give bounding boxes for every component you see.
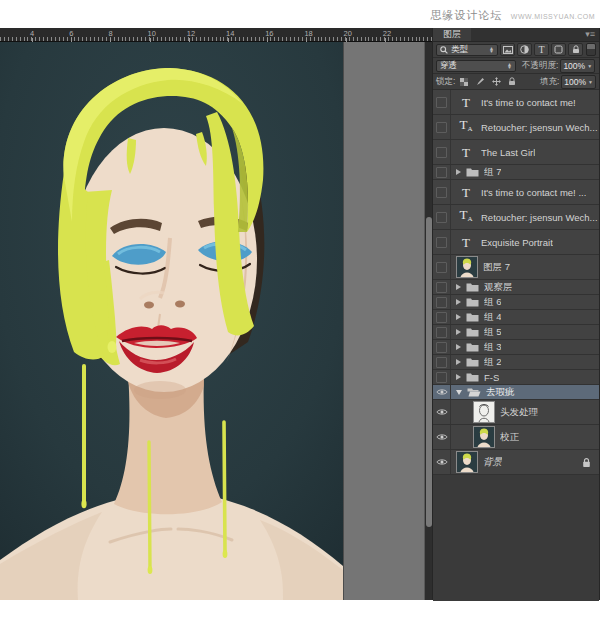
visibility-eye-icon[interactable] [433, 400, 451, 424]
filter-toggle-switch[interactable] [586, 43, 596, 56]
layer-row-body[interactable]: 校正 [451, 425, 599, 449]
layer-thumbnail[interactable] [456, 451, 478, 473]
layer-row-body[interactable]: 背景 [451, 450, 599, 474]
layer-row-15[interactable]: 去瑕疵 [433, 385, 599, 400]
opacity-value-field[interactable]: 100% ▼ [560, 59, 595, 73]
layer-thumbnail[interactable] [456, 256, 478, 278]
layer-row-5[interactable]: TARetoucher: jsensun Wech... [433, 205, 599, 230]
layer-row-body[interactable]: TARetoucher: jsensun Wech... [451, 205, 599, 229]
layer-row-body[interactable]: 组 6 [451, 295, 599, 309]
disclosure-triangle-icon[interactable] [456, 329, 461, 335]
disclosure-triangle-icon[interactable] [456, 299, 461, 305]
disclosure-triangle-icon[interactable] [456, 284, 461, 290]
layer-row-14[interactable]: F-S [433, 370, 599, 385]
visibility-eye-empty[interactable] [433, 340, 451, 354]
layer-row-16[interactable]: 头发处理 [433, 400, 599, 425]
document-canvas[interactable] [0, 42, 343, 600]
layer-row-18[interactable]: 背景 [433, 450, 599, 475]
layer-row-9[interactable]: 组 6 [433, 295, 599, 310]
text-style-layer-thumbnail[interactable]: TA [456, 208, 476, 226]
filter-type-dropdown[interactable]: 类型 ▲▼ [436, 44, 498, 56]
visibility-eye-empty[interactable] [433, 325, 451, 339]
layer-row-body[interactable]: 组 3 [451, 340, 599, 354]
layer-row-body[interactable]: 头发处理 [451, 400, 599, 424]
visibility-eye-empty[interactable] [433, 255, 451, 279]
tab-layers[interactable]: 图层 [433, 28, 471, 41]
layer-thumbnail[interactable] [473, 426, 495, 448]
layer-row-17[interactable]: 校正 [433, 425, 599, 450]
visibility-eye-empty[interactable] [433, 310, 451, 324]
document-vertical-scrollbar[interactable] [424, 42, 432, 600]
filter-smart-object-icon[interactable] [568, 43, 583, 56]
layer-row-4[interactable]: TIt's time to contact me! ... [433, 180, 599, 205]
visibility-eye-empty[interactable] [433, 115, 451, 139]
filter-pixel-layers-icon[interactable] [500, 43, 515, 56]
layer-row-12[interactable]: 组 3 [433, 340, 599, 355]
filter-type-layers-icon[interactable]: T [534, 43, 549, 56]
layer-row-body[interactable]: 组 4 [451, 310, 599, 324]
layer-row-6[interactable]: TExquisite Portrait [433, 230, 599, 255]
layer-row-10[interactable]: 组 4 [433, 310, 599, 325]
layer-thumbnail[interactable] [473, 401, 495, 423]
layer-row-body[interactable]: 观察层 [451, 280, 599, 294]
visibility-eye-empty[interactable] [433, 205, 451, 229]
text-layer-thumbnail[interactable]: T [456, 96, 476, 109]
filter-shape-layers-icon[interactable] [551, 43, 566, 56]
layer-row-1[interactable]: TARetoucher: jsensun Wech... [433, 115, 599, 140]
visibility-eye-empty[interactable] [433, 90, 451, 114]
visibility-eye-empty[interactable] [433, 295, 451, 309]
fill-value-field[interactable]: 100% ▼ [561, 75, 596, 89]
fill-value: 100% [564, 77, 586, 87]
disclosure-triangle-icon[interactable] [456, 169, 461, 175]
disclosure-triangle-icon[interactable] [456, 314, 461, 320]
disclosure-triangle-icon[interactable] [456, 374, 461, 380]
disclosure-triangle-icon[interactable] [456, 344, 461, 350]
disclosure-triangle-icon[interactable] [456, 390, 462, 395]
layer-row-2[interactable]: TThe Last Girl [433, 140, 599, 165]
visibility-eye-empty[interactable] [433, 140, 451, 164]
layer-row-0[interactable]: TIt's time to contact me! [433, 90, 599, 115]
visibility-eye-icon[interactable] [433, 425, 451, 449]
layer-row-7[interactable]: 图层 7 [433, 255, 599, 280]
text-style-layer-thumbnail[interactable]: TA [456, 118, 476, 136]
layer-row-11[interactable]: 组 5 [433, 325, 599, 340]
layer-row-body[interactable]: 组 5 [451, 325, 599, 339]
photoshop-window: 思缘设计论坛 WWW.MISSYUAN.COM 4681012141618202… [0, 0, 600, 625]
layer-row-body[interactable]: TIt's time to contact me! ... [451, 180, 599, 204]
visibility-eye-empty[interactable] [433, 280, 451, 294]
text-layer-thumbnail[interactable]: T [456, 186, 476, 199]
visibility-eye-empty[interactable] [433, 355, 451, 369]
watermark-site-name: 思缘设计论坛 [430, 9, 502, 21]
layer-row-body[interactable]: F-S [451, 370, 599, 384]
layer-row-body[interactable]: 组 2 [451, 355, 599, 369]
visibility-eye-icon[interactable] [433, 385, 451, 399]
lock-pixels-brush-icon[interactable] [473, 75, 487, 88]
visibility-eye-icon[interactable] [433, 450, 451, 474]
layer-row-body[interactable]: 去瑕疵 [451, 385, 599, 399]
lock-all-icon[interactable] [505, 75, 519, 88]
visibility-eye-empty[interactable] [433, 180, 451, 204]
layer-row-body[interactable]: TARetoucher: jsensun Wech... [451, 115, 599, 139]
panel-menu-icon[interactable]: ▾≡ [585, 30, 595, 39]
lock-transparency-icon[interactable] [457, 75, 471, 88]
lock-position-icon[interactable] [489, 75, 503, 88]
disclosure-triangle-icon[interactable] [456, 359, 461, 365]
layer-row-13[interactable]: 组 2 [433, 355, 599, 370]
visibility-eye-empty[interactable] [433, 165, 451, 179]
layer-row-body[interactable]: TIt's time to contact me! [451, 90, 599, 114]
blend-mode-dropdown[interactable]: 穿透 ▲▼ [436, 60, 516, 72]
layer-row-body[interactable]: TExquisite Portrait [451, 230, 599, 254]
visibility-eye-empty[interactable] [433, 370, 451, 384]
layer-row-3[interactable]: 组 7 [433, 165, 599, 180]
layer-row-body[interactable]: 图层 7 [451, 255, 599, 279]
visibility-eye-empty[interactable] [433, 230, 451, 254]
ruler[interactable]: 46810121416182022 [0, 28, 432, 42]
filter-adjustment-layers-icon[interactable] [517, 43, 532, 56]
text-layer-thumbnail[interactable]: T [456, 146, 476, 159]
chevron-down-icon: ▼ [587, 63, 592, 69]
text-layer-thumbnail[interactable]: T [456, 236, 476, 249]
layer-row-body[interactable]: 组 7 [451, 165, 599, 179]
layer-row-8[interactable]: 观察层 [433, 280, 599, 295]
ruler-ticks [0, 37, 432, 41]
layer-row-body[interactable]: TThe Last Girl [451, 140, 599, 164]
